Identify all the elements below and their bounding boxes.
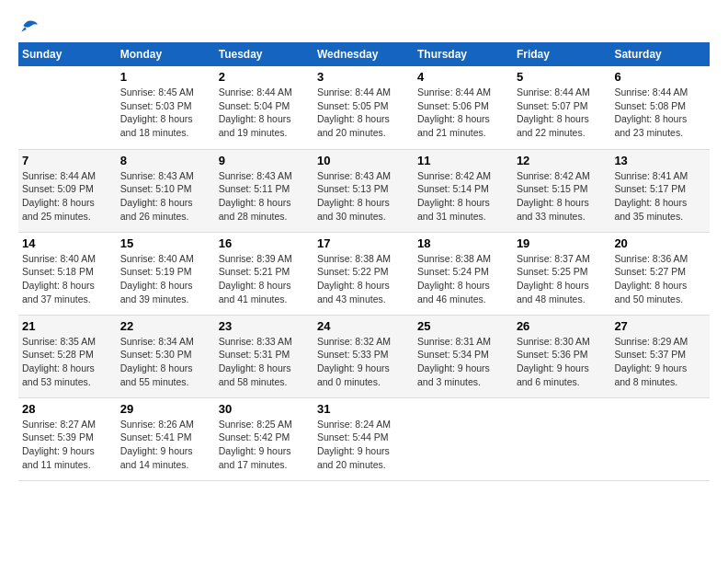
day-number: 3	[317, 70, 410, 84]
day-number: 5	[517, 70, 608, 84]
day-info: Sunrise: 8:45 AMSunset: 5:03 PMDaylight:…	[120, 86, 211, 140]
day-number: 14	[22, 236, 113, 250]
calendar-cell: 8Sunrise: 8:43 AMSunset: 5:10 PMDaylight…	[117, 149, 215, 232]
calendar-cell: 24Sunrise: 8:32 AMSunset: 5:33 PMDayligh…	[313, 315, 414, 397]
day-number: 26	[517, 319, 608, 333]
day-info: Sunrise: 8:27 AMSunset: 5:39 PMDaylight:…	[22, 418, 113, 472]
calendar-cell: 23Sunrise: 8:33 AMSunset: 5:31 PMDayligh…	[215, 315, 313, 397]
week-row-1: 1Sunrise: 8:45 AMSunset: 5:03 PMDaylight…	[18, 66, 710, 149]
calendar-cell: 22Sunrise: 8:34 AMSunset: 5:30 PMDayligh…	[117, 315, 215, 397]
column-header-sunday: Sunday	[18, 42, 117, 66]
day-info: Sunrise: 8:35 AMSunset: 5:28 PMDaylight:…	[22, 335, 113, 389]
day-number: 4	[417, 70, 509, 84]
day-number: 24	[317, 319, 410, 333]
calendar-cell: 10Sunrise: 8:43 AMSunset: 5:13 PMDayligh…	[313, 149, 414, 232]
day-info: Sunrise: 8:44 AMSunset: 5:07 PMDaylight:…	[517, 86, 608, 140]
calendar-cell: 17Sunrise: 8:38 AMSunset: 5:22 PMDayligh…	[313, 232, 414, 315]
column-header-monday: Monday	[117, 42, 215, 66]
column-header-saturday: Saturday	[610, 42, 710, 66]
week-row-2: 7Sunrise: 8:44 AMSunset: 5:09 PMDaylight…	[18, 149, 710, 232]
calendar-cell: 25Sunrise: 8:31 AMSunset: 5:34 PMDayligh…	[414, 315, 513, 397]
day-number: 13	[614, 154, 706, 167]
day-number: 6	[614, 70, 706, 84]
day-info: Sunrise: 8:44 AMSunset: 5:06 PMDaylight:…	[417, 86, 509, 140]
day-info: Sunrise: 8:43 AMSunset: 5:13 PMDaylight:…	[317, 169, 410, 224]
calendar-cell: 20Sunrise: 8:36 AMSunset: 5:27 PMDayligh…	[610, 232, 710, 315]
calendar-cell: 30Sunrise: 8:25 AMSunset: 5:42 PMDayligh…	[215, 397, 313, 480]
calendar-cell: 26Sunrise: 8:30 AMSunset: 5:36 PMDayligh…	[513, 315, 611, 397]
calendar-cell: 31Sunrise: 8:24 AMSunset: 5:44 PMDayligh…	[313, 397, 414, 480]
day-number: 22	[120, 319, 211, 333]
logo-bird-icon	[20, 18, 39, 33]
calendar-cell: 16Sunrise: 8:39 AMSunset: 5:21 PMDayligh…	[215, 232, 313, 315]
calendar-cell: 28Sunrise: 8:27 AMSunset: 5:39 PMDayligh…	[18, 397, 117, 480]
calendar-cell: 18Sunrise: 8:38 AMSunset: 5:24 PMDayligh…	[414, 232, 513, 315]
calendar-cell	[414, 397, 513, 480]
calendar-cell: 11Sunrise: 8:42 AMSunset: 5:14 PMDayligh…	[414, 149, 513, 232]
day-number: 19	[517, 236, 608, 250]
calendar-cell: 4Sunrise: 8:44 AMSunset: 5:06 PMDaylight…	[414, 66, 513, 149]
calendar-cell: 14Sunrise: 8:40 AMSunset: 5:18 PMDayligh…	[18, 232, 117, 315]
day-info: Sunrise: 8:38 AMSunset: 5:24 PMDaylight:…	[417, 252, 509, 306]
day-info: Sunrise: 8:44 AMSunset: 5:05 PMDaylight:…	[317, 86, 410, 140]
day-info: Sunrise: 8:40 AMSunset: 5:18 PMDaylight:…	[22, 252, 113, 306]
day-info: Sunrise: 8:31 AMSunset: 5:34 PMDaylight:…	[417, 335, 509, 389]
calendar-cell	[18, 66, 117, 149]
day-info: Sunrise: 8:43 AMSunset: 5:10 PMDaylight:…	[120, 169, 211, 224]
day-info: Sunrise: 8:37 AMSunset: 5:25 PMDaylight:…	[517, 252, 608, 306]
day-number: 1	[120, 70, 211, 84]
day-info: Sunrise: 8:26 AMSunset: 5:41 PMDaylight:…	[120, 418, 211, 472]
day-info: Sunrise: 8:32 AMSunset: 5:33 PMDaylight:…	[317, 335, 410, 389]
week-row-3: 14Sunrise: 8:40 AMSunset: 5:18 PMDayligh…	[18, 232, 710, 315]
calendar-cell: 15Sunrise: 8:40 AMSunset: 5:19 PMDayligh…	[117, 232, 215, 315]
calendar-cell: 21Sunrise: 8:35 AMSunset: 5:28 PMDayligh…	[18, 315, 117, 397]
day-number: 29	[120, 402, 211, 416]
calendar-header-row: SundayMondayTuesdayWednesdayThursdayFrid…	[18, 42, 710, 66]
day-info: Sunrise: 8:36 AMSunset: 5:27 PMDaylight:…	[614, 252, 706, 306]
day-info: Sunrise: 8:44 AMSunset: 5:08 PMDaylight:…	[614, 86, 706, 140]
day-info: Sunrise: 8:44 AMSunset: 5:04 PMDaylight:…	[219, 86, 310, 140]
day-number: 17	[317, 236, 410, 250]
day-number: 11	[417, 154, 509, 167]
day-number: 16	[219, 236, 310, 250]
calendar-cell: 3Sunrise: 8:44 AMSunset: 5:05 PMDaylight…	[313, 66, 414, 149]
day-number: 21	[22, 319, 113, 333]
week-row-5: 28Sunrise: 8:27 AMSunset: 5:39 PMDayligh…	[18, 397, 710, 480]
calendar-cell: 19Sunrise: 8:37 AMSunset: 5:25 PMDayligh…	[513, 232, 611, 315]
logo	[18, 18, 39, 33]
day-number: 23	[219, 319, 310, 333]
day-number: 28	[22, 402, 113, 416]
calendar-cell: 12Sunrise: 8:42 AMSunset: 5:15 PMDayligh…	[513, 149, 611, 232]
column-header-friday: Friday	[513, 42, 611, 66]
calendar-cell: 7Sunrise: 8:44 AMSunset: 5:09 PMDaylight…	[18, 149, 117, 232]
day-number: 30	[219, 402, 310, 416]
day-number: 20	[614, 236, 706, 250]
day-info: Sunrise: 8:42 AMSunset: 5:15 PMDaylight:…	[517, 169, 608, 224]
day-info: Sunrise: 8:29 AMSunset: 5:37 PMDaylight:…	[614, 335, 706, 389]
day-number: 2	[219, 70, 310, 84]
day-info: Sunrise: 8:24 AMSunset: 5:44 PMDaylight:…	[317, 418, 410, 472]
day-number: 25	[417, 319, 509, 333]
day-info: Sunrise: 8:44 AMSunset: 5:09 PMDaylight:…	[22, 169, 113, 224]
calendar-cell: 27Sunrise: 8:29 AMSunset: 5:37 PMDayligh…	[610, 315, 710, 397]
day-number: 7	[22, 154, 113, 167]
day-number: 27	[614, 319, 706, 333]
day-number: 15	[120, 236, 211, 250]
calendar-cell: 13Sunrise: 8:41 AMSunset: 5:17 PMDayligh…	[610, 149, 710, 232]
day-info: Sunrise: 8:40 AMSunset: 5:19 PMDaylight:…	[120, 252, 211, 306]
calendar-cell: 9Sunrise: 8:43 AMSunset: 5:11 PMDaylight…	[215, 149, 313, 232]
page-header	[18, 18, 710, 33]
day-number: 8	[120, 154, 211, 167]
calendar-table: SundayMondayTuesdayWednesdayThursdayFrid…	[18, 42, 710, 481]
calendar-cell	[513, 397, 611, 480]
calendar-cell: 6Sunrise: 8:44 AMSunset: 5:08 PMDaylight…	[610, 66, 710, 149]
calendar-cell	[610, 397, 710, 480]
calendar-cell: 1Sunrise: 8:45 AMSunset: 5:03 PMDaylight…	[117, 66, 215, 149]
week-row-4: 21Sunrise: 8:35 AMSunset: 5:28 PMDayligh…	[18, 315, 710, 397]
calendar-cell: 5Sunrise: 8:44 AMSunset: 5:07 PMDaylight…	[513, 66, 611, 149]
day-number: 12	[517, 154, 608, 167]
day-info: Sunrise: 8:30 AMSunset: 5:36 PMDaylight:…	[517, 335, 608, 389]
day-info: Sunrise: 8:25 AMSunset: 5:42 PMDaylight:…	[219, 418, 310, 472]
day-info: Sunrise: 8:33 AMSunset: 5:31 PMDaylight:…	[219, 335, 310, 389]
day-info: Sunrise: 8:34 AMSunset: 5:30 PMDaylight:…	[120, 335, 211, 389]
